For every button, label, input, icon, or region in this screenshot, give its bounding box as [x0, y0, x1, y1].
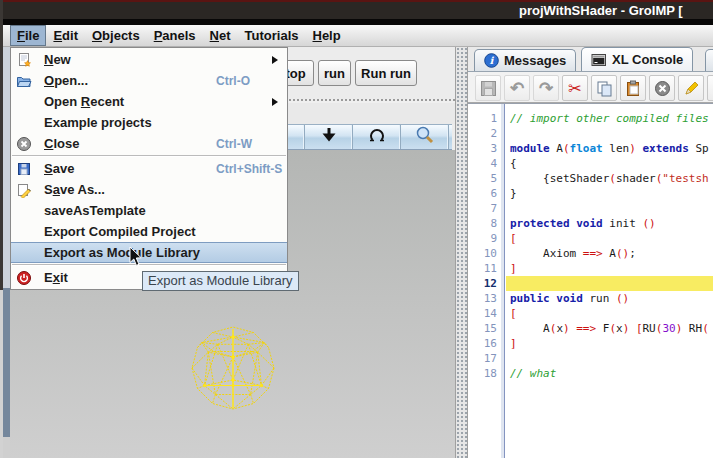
- tab-label: XL Console: [612, 52, 683, 67]
- new-icon: [14, 52, 34, 68]
- undo-button[interactable]: ↶: [504, 75, 530, 101]
- line-number: 9: [468, 231, 497, 246]
- line-number: 12: [468, 276, 497, 291]
- line-number: 15: [468, 321, 497, 336]
- console-tabbar: iMessagesXL Console: [468, 47, 713, 71]
- run-run-button[interactable]: Run run: [355, 60, 417, 86]
- line-number: 14: [468, 306, 497, 321]
- menubar-item-panels[interactable]: Panels: [147, 25, 203, 46]
- undo-icon: ↶: [510, 78, 524, 99]
- console-toolbar: ↶↷✂✕: [468, 71, 713, 103]
- mouse-cursor: [129, 246, 143, 267]
- marker-icon: [683, 80, 700, 97]
- redo-icon: ↷: [539, 78, 553, 99]
- menu-item-close[interactable]: CloseCtrl-W: [11, 133, 287, 154]
- line-number: 3: [468, 141, 497, 156]
- menu-separator: [12, 264, 286, 266]
- menubar-item-file[interactable]: File: [10, 25, 46, 46]
- menu-bar: FileEditObjectsPanelsNetTutorialsHelp: [0, 25, 713, 47]
- menu-item-export-compiled-project[interactable]: Export Compiled Project: [11, 221, 287, 242]
- rotate-button[interactable]: [353, 125, 401, 149]
- zoom-icon: [414, 125, 436, 149]
- menu-item-open-recent[interactable]: Open Recent: [11, 91, 287, 112]
- code-line: [: [510, 306, 517, 321]
- menu-item-shortcut: Ctrl-O: [216, 74, 250, 88]
- code-line: // import other compiled files: [510, 111, 709, 126]
- tab-partial[interactable]: [705, 49, 713, 71]
- menu-item-label: Example projects: [44, 115, 152, 130]
- code-editor[interactable]: 123456789101112131415161718 // import ot…: [468, 103, 713, 458]
- active-line-highlight: [506, 276, 713, 291]
- submenu-arrow-icon: [272, 98, 278, 106]
- extra-button[interactable]: ✕: [707, 75, 713, 101]
- line-number: 16: [468, 336, 497, 351]
- info-icon: i: [484, 53, 499, 68]
- clear-icon: [654, 80, 671, 97]
- menu-item-label: Export Compiled Project: [44, 224, 196, 239]
- menu-item-label: Open Recent: [44, 94, 124, 109]
- menubar-item-tutorials[interactable]: Tutorials: [238, 25, 306, 46]
- run-button[interactable]: run: [318, 60, 351, 86]
- cut-button[interactable]: ✂: [562, 75, 588, 101]
- wireframe-sphere: [188, 323, 278, 413]
- line-number: 7: [468, 201, 497, 216]
- paste-button[interactable]: [620, 75, 646, 101]
- menu-item-label: Open...: [44, 73, 88, 88]
- groimp-window: projWithSHader - GroIMP [ FileEditObject…: [0, 0, 713, 458]
- code-line: A(x) ==> F(x) [RU(30) RH(: [510, 321, 709, 336]
- menubar-item-help[interactable]: Help: [306, 25, 348, 46]
- code-line: // what: [510, 366, 556, 381]
- menu-item-export-as-module-library[interactable]: Export as Module Library: [11, 242, 287, 263]
- line-number: 10: [468, 246, 497, 261]
- line-number-gutter: 123456789101112131415161718: [468, 104, 505, 458]
- cut-icon: ✂: [568, 79, 581, 98]
- code-line: module A(float len) extends Sp: [510, 141, 709, 156]
- line-number: 8: [468, 216, 497, 231]
- code-line: {setShader(shader("testsh: [510, 171, 709, 186]
- code-line: Axiom ==> A();: [510, 246, 636, 261]
- console-icon: [591, 53, 607, 67]
- menu-item-example-projects[interactable]: Example projects: [11, 112, 287, 133]
- line-number: 5: [468, 171, 497, 186]
- code-line: }: [510, 186, 517, 201]
- code-line: [: [510, 231, 517, 246]
- download-icon: [318, 125, 340, 149]
- menu-item-saveastemplate[interactable]: saveAsTemplate: [11, 200, 287, 221]
- menu-item-shortcut: Ctrl+Shift-S: [216, 162, 282, 176]
- menu-item-label: Close: [44, 136, 79, 151]
- download-button[interactable]: [305, 125, 353, 149]
- menu-item-shortcut: Ctrl-W: [216, 137, 252, 151]
- panel-splitter[interactable]: [455, 47, 468, 458]
- menu-item-label: saveAsTemplate: [44, 203, 146, 218]
- menu-item-save[interactable]: SaveCtrl+Shift-S: [11, 158, 287, 179]
- clear-button[interactable]: [649, 75, 675, 101]
- left-scrollbar-end: [3, 437, 10, 458]
- menubar-item-net[interactable]: Net: [203, 25, 238, 46]
- redo-button[interactable]: ↷: [533, 75, 559, 101]
- save-button[interactable]: [475, 75, 501, 101]
- marker-button[interactable]: [678, 75, 704, 101]
- saveas-icon: [14, 182, 34, 198]
- close-icon: [14, 136, 34, 152]
- menubar-item-edit[interactable]: Edit: [46, 25, 85, 46]
- menu-item-open[interactable]: Open...Ctrl-O: [11, 70, 287, 91]
- title-bar[interactable]: projWithSHader - GroIMP [: [0, 0, 713, 19]
- code-line: protected void init (): [510, 216, 656, 231]
- menubar-item-objects[interactable]: Objects: [85, 25, 147, 46]
- menu-item-save-as[interactable]: Save As...: [11, 179, 287, 200]
- save-icon: [480, 80, 497, 97]
- code-line: ]: [510, 336, 517, 351]
- rotate-icon: [366, 125, 388, 149]
- tab-xl-console[interactable]: XL Console: [581, 47, 693, 71]
- left-scrollbar-thumb[interactable]: [3, 288, 10, 437]
- line-number: 4: [468, 156, 497, 171]
- menu-item-label: New: [44, 52, 71, 67]
- tab-messages[interactable]: iMessages: [474, 49, 576, 71]
- copy-button[interactable]: [591, 75, 617, 101]
- menu-separator: [12, 155, 286, 157]
- menu-item-new[interactable]: New: [11, 49, 287, 70]
- menu-item-label: Save As...: [44, 182, 105, 197]
- console-panel: iMessagesXL Console ↶↷✂✕ 123456789101112…: [468, 47, 713, 458]
- zoom-button[interactable]: [401, 125, 449, 149]
- exit-icon: [14, 270, 34, 286]
